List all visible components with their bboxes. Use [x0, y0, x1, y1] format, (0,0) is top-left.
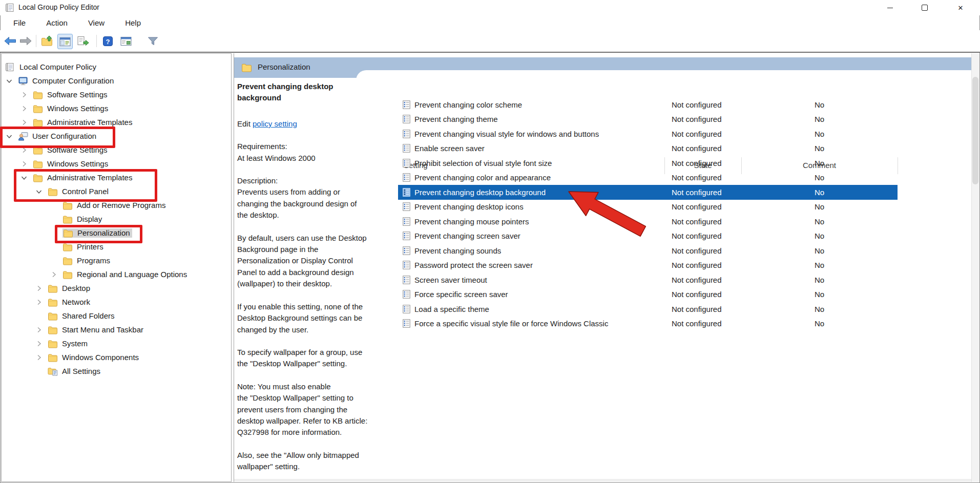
- chevron-down-icon[interactable]: [35, 187, 48, 196]
- edit-policy-setting-line: Edit policy setting: [237, 118, 391, 130]
- tree-item-all-settings[interactable]: All Settings: [1, 364, 231, 378]
- table-row-prevent-changing-mouse-pointers[interactable]: Prevent changing mouse pointersNot confi…: [398, 214, 898, 229]
- local-group-policy-editor-window: Local Group Policy Editor ✕ FileActionVi…: [0, 0, 980, 483]
- tree-item-control-panel[interactable]: Control Panel: [1, 184, 231, 198]
- table-row-prohibit-selection-of-visual-style-font-size[interactable]: Prohibit selection of visual style font …: [398, 156, 898, 171]
- comment-cell: No: [741, 188, 898, 197]
- table-row-enable-screen-saver[interactable]: Enable screen saverNot configuredNo: [398, 141, 898, 156]
- details-paragraph: By default, users can use the Desktop Ba…: [237, 233, 391, 290]
- tree-item-label: Regional and Language Options: [77, 270, 187, 279]
- chevron-placeholder: [35, 311, 48, 321]
- computer-icon: [18, 76, 29, 86]
- chevron-right-icon[interactable]: [35, 298, 48, 307]
- setting-cell: Prevent changing screen saver: [414, 232, 655, 240]
- tree-item-software-settings[interactable]: Software Settings: [1, 88, 231, 101]
- chevron-down-icon[interactable]: [20, 173, 33, 182]
- menu-item-action[interactable]: Action: [39, 17, 75, 29]
- details-paragraph: To specify wallpaper for a group, use th…: [237, 347, 391, 370]
- policy-item-icon: [403, 130, 410, 138]
- chevron-right-icon[interactable]: [35, 339, 48, 348]
- console-tree: Local Computer PolicyComputer Configurat…: [1, 60, 231, 378]
- table-row-prevent-changing-desktop-icons[interactable]: Prevent changing desktop iconsNot config…: [398, 200, 898, 215]
- help-icon[interactable]: ?: [100, 34, 115, 48]
- chevron-right-icon[interactable]: [35, 325, 48, 334]
- filter-icon[interactable]: [145, 34, 160, 48]
- tree-item-network[interactable]: Network: [1, 295, 231, 309]
- close-button[interactable]: ✕: [949, 0, 972, 15]
- show-window-icon[interactable]: [119, 34, 133, 48]
- column-separator[interactable]: [898, 157, 898, 174]
- tree-item-desktop[interactable]: Desktop: [1, 281, 231, 295]
- tree-item-start-menu-and-taskbar[interactable]: Start Menu and Taskbar: [1, 323, 231, 337]
- all-settings-icon: [48, 367, 59, 376]
- table-row-force-a-specific-visual-style-file-or-force-windows-classic[interactable]: Force a specific visual style file or fo…: [398, 317, 898, 331]
- tree-item-system[interactable]: System: [1, 337, 231, 350]
- tree-item-label: Administrative Templates: [47, 118, 132, 127]
- policy-item-icon: [403, 232, 410, 240]
- table-row-prevent-changing-desktop-background[interactable]: Prevent changing desktop backgroundNot c…: [398, 185, 898, 200]
- table-row-prevent-changing-sounds[interactable]: Prevent changing soundsNot configuredNo: [398, 243, 898, 258]
- table-row-prevent-changing-theme[interactable]: Prevent changing themeNot configuredNo: [398, 112, 898, 127]
- chevron-right-icon[interactable]: [35, 284, 48, 293]
- policy-item-icon: [403, 202, 410, 211]
- tree-item-display[interactable]: Display: [1, 212, 231, 226]
- tree-item-printers[interactable]: Printers: [1, 240, 231, 254]
- tree-item-windows-settings[interactable]: Windows Settings: [1, 157, 231, 171]
- folder-icon: [33, 145, 44, 155]
- table-row-screen-saver-timeout[interactable]: Screen saver timeoutNot configuredNo: [398, 272, 898, 287]
- table-row-prevent-changing-screen-saver[interactable]: Prevent changing screen saverNot configu…: [398, 229, 898, 244]
- tree-item-local-computer-policy[interactable]: Local Computer Policy: [1, 60, 231, 74]
- tree-item-add-or-remove-programs[interactable]: Add or Remove Programs: [1, 198, 231, 212]
- folder-icon: [63, 228, 74, 238]
- maximize-button[interactable]: [913, 0, 936, 15]
- table-row-load-a-specific-theme[interactable]: Load a specific themeNot configuredNo: [398, 302, 898, 317]
- table-row-prevent-changing-visual-style-for-windows-and-buttons[interactable]: Prevent changing visual style for window…: [398, 127, 898, 141]
- chevron-right-icon[interactable]: [50, 270, 62, 279]
- policy-setting-link[interactable]: policy setting: [253, 119, 297, 128]
- tree-item-user-configuration[interactable]: User Configuration: [1, 129, 231, 143]
- menu-item-view[interactable]: View: [81, 17, 112, 29]
- state-cell: Not configured: [672, 319, 748, 328]
- table-row-prevent-changing-color-scheme[interactable]: Prevent changing color schemeNot configu…: [398, 97, 898, 112]
- tree-item-shared-folders[interactable]: Shared Folders: [1, 309, 231, 323]
- chevron-right-icon[interactable]: [20, 90, 33, 99]
- chevron-right-icon[interactable]: [20, 159, 33, 169]
- tree-item-software-settings[interactable]: Software Settings: [1, 143, 231, 157]
- chevron-down-icon[interactable]: [5, 76, 18, 86]
- scrollbar-thumb[interactable]: [972, 77, 978, 184]
- folder-icon: [33, 104, 44, 113]
- policy-item-icon: [403, 319, 410, 328]
- chevron-right-icon[interactable]: [20, 118, 33, 127]
- folder-icon: [48, 187, 59, 196]
- minimize-icon: [887, 8, 893, 8]
- tree-item-windows-components[interactable]: Windows Components: [1, 350, 231, 364]
- chevron-right-icon[interactable]: [35, 353, 48, 362]
- tree-item-programs[interactable]: Programs: [1, 254, 231, 267]
- forward-icon[interactable]: [18, 34, 33, 48]
- gpo-scroll-icon: [5, 62, 16, 72]
- tree-item-regional-and-language-options[interactable]: Regional and Language Options: [1, 267, 231, 281]
- table-row-force-specific-screen-saver[interactable]: Force specific screen saverNot configure…: [398, 287, 898, 302]
- table-row-password-protect-the-screen-saver[interactable]: Password protect the screen saverNot con…: [398, 258, 898, 273]
- console-tree-toggle-icon[interactable]: [57, 34, 73, 49]
- comment-cell: No: [741, 202, 898, 211]
- comment-cell: No: [741, 100, 898, 109]
- tree-item-administrative-templates[interactable]: Administrative Templates: [1, 171, 231, 184]
- chevron-down-icon[interactable]: [5, 132, 18, 141]
- app-scroll-icon: [5, 3, 14, 12]
- menu-item-file[interactable]: File: [6, 17, 33, 29]
- table-row-prevent-changing-color-and-appearance[interactable]: Prevent changing color and appearanceNot…: [398, 171, 898, 185]
- tree-item-windows-settings[interactable]: Windows Settings: [1, 101, 231, 115]
- menu-item-help[interactable]: Help: [118, 17, 148, 29]
- chevron-right-icon[interactable]: [20, 104, 33, 113]
- menu-bar: FileActionViewHelp: [0, 15, 980, 30]
- tree-item-computer-configuration[interactable]: Computer Configuration: [1, 74, 231, 88]
- back-icon[interactable]: [3, 34, 17, 48]
- export-list-icon[interactable]: [76, 34, 90, 48]
- folder-icon: [48, 353, 59, 362]
- tree-item-administrative-templates[interactable]: Administrative Templates: [1, 115, 231, 129]
- minimize-button[interactable]: [878, 0, 902, 15]
- tree-item-personalization[interactable]: Personalization: [1, 226, 231, 240]
- chevron-right-icon[interactable]: [20, 145, 33, 155]
- folder-up-icon[interactable]: [40, 34, 54, 48]
